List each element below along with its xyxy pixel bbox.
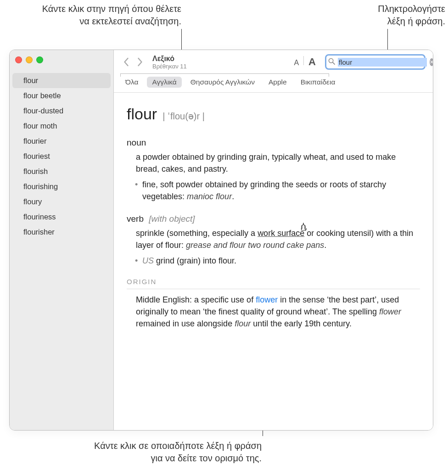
gram-label: [with object] <box>149 214 195 224</box>
sidebar-item[interactable]: floury <box>10 194 113 209</box>
dictionary-window: flourflour beetleflour-dustedflour mothf… <box>9 50 433 431</box>
origin-label: ORIGIN <box>127 277 420 289</box>
title-block: Λεξικό Βρέθηκαν 11 <box>152 55 187 70</box>
origin-em2: flour <box>235 319 251 328</box>
window-controls <box>10 50 113 69</box>
search-input[interactable] <box>338 58 427 67</box>
definition-verb: sprinkle (something, especially a work s… <box>136 227 420 251</box>
sub-sense-example: manioc flour <box>187 192 232 201</box>
region-label: US <box>142 256 154 265</box>
callout-clickword: Κάντε κλικ σε οποιαδήποτε λέξη ή φράση γ… <box>41 440 262 465</box>
source-tab[interactable]: Apple <box>263 77 292 88</box>
origin-end: until the early 19th century. <box>251 319 352 328</box>
sidebar: flourflour beetleflour-dustedflour mothf… <box>10 50 114 430</box>
toolbar: Λεξικό Βρέθηκαν 11 A A ✕ <box>114 50 433 74</box>
link-work-surface[interactable]: work surface <box>258 229 304 238</box>
origin-mid2: remained in use alongside <box>136 319 235 328</box>
sidebar-item[interactable]: flouriest <box>10 149 113 164</box>
tab-top-line <box>120 73 329 74</box>
sub-sense-text: fine, soft powder obtained by grinding t… <box>142 180 386 201</box>
sidebar-list: flourflour beetleflour-dustedflour mothf… <box>10 69 113 240</box>
def-example: grease and flour two round cake pans <box>186 241 324 250</box>
app-title: Λεξικό <box>152 55 187 63</box>
callout-type: Πληκτρολογήστε λέξη ή φράση. <box>340 3 445 28</box>
entry: flour | ˈflou(ə)r | noun a powder obtain… <box>114 93 433 330</box>
origin-text: Middle English: a specific use of flower… <box>136 294 420 330</box>
tab-corner-left <box>120 73 121 77</box>
pos-label: noun <box>127 138 146 147</box>
sidebar-item[interactable]: flourishing <box>10 179 113 194</box>
def-pre: sprinkle (something, especially a <box>136 229 258 238</box>
font-size-controls: A A <box>294 56 316 68</box>
callout-line-type <box>387 29 388 52</box>
minimize-window-button[interactable] <box>26 56 33 63</box>
link-flower[interactable]: flower <box>256 295 278 304</box>
content-pane: Λεξικό Βρέθηκαν 11 A A ✕ <box>114 50 433 430</box>
increase-font-button[interactable]: A <box>308 56 316 68</box>
origin-em1: flower <box>379 307 401 316</box>
fullscreen-window-button[interactable] <box>36 56 43 63</box>
pos-verb: verb [with object] <box>127 213 420 225</box>
sidebar-item[interactable]: flourish <box>10 164 113 179</box>
search-field[interactable]: ✕ <box>325 54 426 70</box>
sidebar-item[interactable]: flour <box>12 73 111 88</box>
sidebar-item[interactable]: flour-dusted <box>10 103 113 118</box>
tab-corner-right <box>329 73 329 77</box>
sub-sense-noun: fine, soft powder obtained by grinding t… <box>136 179 420 202</box>
font-size-separator <box>303 56 304 65</box>
definition-noun: a powder obtained by grinding grain, typ… <box>136 151 420 175</box>
source-tab[interactable]: Αγγλικά <box>147 77 181 88</box>
back-button[interactable] <box>121 57 131 67</box>
source-tabs: ΌλαΑγγλικάΘησαυρός ΑγγλικώνAppleΒικιπαίδ… <box>114 74 433 93</box>
source-tab[interactable]: Θησαυρός Αγγλικών <box>185 77 260 88</box>
svg-line-1 <box>333 62 335 64</box>
sidebar-item[interactable]: flour beetle <box>10 88 113 103</box>
pos-label: verb <box>127 214 144 224</box>
sub-sense-text: grind (grain) into flour. <box>154 256 236 265</box>
pos-noun: noun <box>127 136 420 149</box>
def-end: . <box>324 241 326 250</box>
headword: flour <box>127 103 157 125</box>
search-icon <box>328 58 335 67</box>
decrease-font-button[interactable]: A <box>294 59 299 67</box>
sub-sense-verb: US grind (grain) into flour. <box>136 255 420 267</box>
origin-pre: Middle English: a specific use of <box>136 295 256 304</box>
clear-search-button[interactable]: ✕ <box>430 58 433 66</box>
sidebar-item[interactable]: flourisher <box>10 224 113 240</box>
callout-source: Κάντε κλικ στην πηγή όπου θέλετε να εκτε… <box>25 3 181 28</box>
source-tab[interactable]: Βικιπαίδεια <box>296 77 341 88</box>
sub-sense-suffix: . <box>232 192 234 201</box>
close-window-button[interactable] <box>15 56 22 63</box>
source-tab[interactable]: Όλα <box>120 77 143 88</box>
sidebar-item[interactable]: flourier <box>10 134 113 149</box>
sidebar-item[interactable]: flouriness <box>10 209 113 224</box>
forward-button[interactable] <box>135 57 145 67</box>
results-count: Βρέθηκαν 11 <box>152 63 187 70</box>
pronunciation: | ˈflou(ə)r | <box>162 110 205 123</box>
sidebar-item[interactable]: flour moth <box>10 118 113 134</box>
